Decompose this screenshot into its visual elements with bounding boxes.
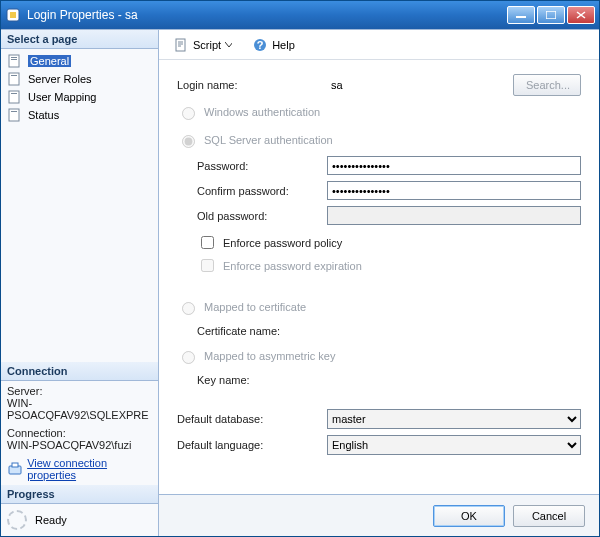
windows-auth-radio-input	[182, 107, 195, 120]
old-password-label: Old password:	[177, 210, 327, 222]
confirm-password-input[interactable]	[327, 181, 581, 200]
progress-header: Progress	[1, 485, 158, 504]
progress-panel: Ready	[1, 504, 158, 536]
close-button[interactable]	[567, 6, 595, 24]
maximize-button[interactable]	[537, 6, 565, 24]
windows-auth-label: Windows authentication	[204, 106, 320, 118]
login-name-label: Login name:	[177, 79, 327, 91]
chevron-down-icon	[225, 41, 232, 48]
connection-label: Connection:	[7, 427, 152, 439]
default-lang-label: Default language:	[177, 439, 327, 451]
enforce-expiration-check: Enforce password expiration	[177, 254, 581, 277]
mapped-asym-radio: Mapped to asymmetric key	[177, 346, 581, 366]
enforce-expiration-checkbox	[201, 259, 214, 272]
page-item-label: General	[28, 55, 71, 67]
connection-panel: Server: WIN-PSOACQFAV92\SQLEXPRE Connect…	[1, 381, 158, 485]
svg-text:?: ?	[257, 39, 264, 51]
svg-rect-8	[11, 59, 17, 60]
page-icon	[7, 53, 23, 69]
svg-rect-13	[9, 109, 19, 121]
page-icon	[7, 107, 23, 123]
script-button[interactable]: Script	[167, 34, 238, 56]
svg-rect-10	[11, 75, 17, 76]
svg-rect-2	[516, 16, 526, 18]
page-icon	[7, 89, 23, 105]
general-form: Login name: Search... Windows authentica…	[159, 60, 599, 494]
server-label: Server:	[7, 385, 152, 397]
svg-rect-6	[9, 55, 19, 67]
enforce-policy-label: Enforce password policy	[223, 237, 342, 249]
search-button: Search...	[513, 74, 581, 96]
svg-rect-16	[12, 463, 18, 467]
help-button[interactable]: ? Help	[246, 34, 301, 56]
login-properties-window: Login Properties - sa Select a page Gene…	[0, 0, 600, 537]
svg-rect-11	[9, 91, 19, 103]
enforce-expiration-label: Enforce password expiration	[223, 260, 362, 272]
mapped-asym-radio-input	[182, 351, 195, 364]
page-list: General Server Roles User Mapping Status	[1, 49, 158, 127]
svg-rect-12	[11, 93, 17, 94]
default-lang-select[interactable]: English	[327, 435, 581, 455]
mapped-asym-label: Mapped to asymmetric key	[204, 350, 335, 362]
script-label: Script	[193, 39, 221, 51]
view-connection-properties-link[interactable]: View connection properties	[27, 457, 152, 481]
windows-auth-radio: Windows authentication	[177, 102, 581, 122]
minimize-button[interactable]	[507, 6, 535, 24]
connection-properties-icon	[7, 461, 22, 477]
progress-spinner-icon	[7, 510, 27, 530]
svg-rect-17	[176, 39, 185, 51]
mapped-cert-radio: Mapped to certificate	[177, 297, 581, 317]
sql-auth-radio-input	[182, 135, 195, 148]
svg-rect-7	[11, 57, 17, 58]
page-item-status[interactable]: Status	[5, 106, 154, 124]
help-icon: ?	[252, 37, 268, 53]
cancel-button[interactable]: Cancel	[513, 505, 585, 527]
sql-auth-label: SQL Server authentication	[204, 134, 333, 146]
enforce-policy-check[interactable]: Enforce password policy	[177, 231, 581, 254]
help-label: Help	[272, 39, 295, 51]
page-item-label: User Mapping	[28, 91, 96, 103]
sql-auth-radio: SQL Server authentication	[177, 130, 581, 150]
default-db-label: Default database:	[177, 413, 327, 425]
window-title: Login Properties - sa	[27, 8, 507, 22]
old-password-input	[327, 206, 581, 225]
page-item-general[interactable]: General	[5, 52, 154, 70]
toolbar: Script ? Help	[159, 30, 599, 60]
page-item-label: Server Roles	[28, 73, 92, 85]
mapped-cert-label: Mapped to certificate	[204, 301, 306, 313]
connection-header: Connection	[1, 362, 158, 381]
svg-rect-14	[11, 111, 17, 112]
confirm-password-label: Confirm password:	[177, 185, 327, 197]
page-item-label: Status	[28, 109, 59, 121]
button-bar: OK Cancel	[159, 494, 599, 536]
connection-value: WIN-PSOACQFAV92\fuzi	[7, 439, 152, 451]
select-page-header: Select a page	[1, 30, 158, 49]
ok-button[interactable]: OK	[433, 505, 505, 527]
password-label: Password:	[177, 160, 327, 172]
cert-name-label: Certificate name:	[177, 325, 327, 337]
enforce-policy-checkbox[interactable]	[201, 236, 214, 249]
svg-rect-9	[9, 73, 19, 85]
key-name-label: Key name:	[177, 374, 327, 386]
server-value: WIN-PSOACQFAV92\SQLEXPRE	[7, 397, 152, 421]
main-panel: Script ? Help Login name: Search...	[159, 30, 599, 536]
key-name-input	[327, 370, 581, 389]
title-bar[interactable]: Login Properties - sa	[1, 1, 599, 29]
progress-status: Ready	[35, 514, 67, 526]
sidebar: Select a page General Server Roles User …	[1, 30, 159, 536]
svg-rect-1	[10, 12, 16, 18]
mapped-cert-radio-input	[182, 302, 195, 315]
page-item-server-roles[interactable]: Server Roles	[5, 70, 154, 88]
page-icon	[7, 71, 23, 87]
login-name-input[interactable]	[327, 76, 507, 95]
page-item-user-mapping[interactable]: User Mapping	[5, 88, 154, 106]
password-input[interactable]	[327, 156, 581, 175]
app-icon	[5, 7, 21, 23]
svg-rect-3	[546, 11, 556, 19]
script-icon	[173, 37, 189, 53]
default-db-select[interactable]: master	[327, 409, 581, 429]
cert-name-input	[327, 321, 581, 340]
